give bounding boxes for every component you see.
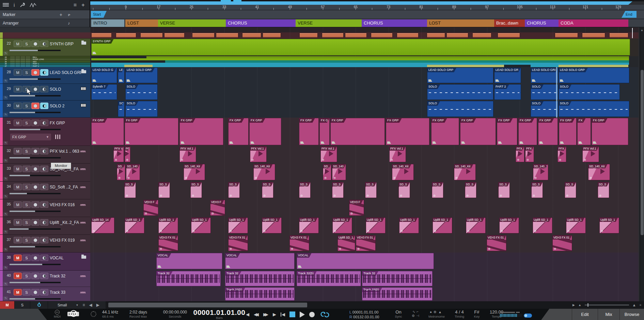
- automation-icon[interactable]: ∿: [3, 230, 8, 234]
- clip[interactable]: SOLO: [531, 84, 558, 100]
- arranger-section[interactable]: VERSE: [296, 19, 362, 27]
- clip[interactable]: VEH3 F⚙: [210, 200, 225, 216]
- mute-button[interactable]: M: [14, 120, 22, 126]
- collapsed-track-clip[interactable]: [165, 60, 629, 63]
- clip[interactable]: Track 32(5): [297, 271, 361, 286]
- clip[interactable]: SD_S⚙: [124, 182, 136, 198]
- automation-icon[interactable]: ∿: [3, 296, 8, 300]
- clip[interactable]: VEH3 FX 01⚙: [289, 235, 309, 251]
- clip[interactable]: VOCAL: [156, 253, 222, 269]
- clip[interactable]: VOCAL: [297, 253, 434, 269]
- clip[interactable]: Uplift SD_1⚙: [466, 217, 486, 233]
- clip[interactable]: SD_S⚙: [465, 182, 476, 198]
- scroll-up-icon[interactable]: ▲: [641, 29, 643, 32]
- marker-lane[interactable]: Start End: [90, 10, 644, 19]
- clip[interactable]: SD_S⚙: [598, 182, 609, 198]
- clip[interactable]: SOLO: [559, 84, 620, 100]
- automation-curve-icon[interactable]: [30, 3, 36, 7]
- record-arm-button[interactable]: [31, 273, 40, 279]
- arranger-section[interactable]: Brac..dawn: [494, 19, 525, 27]
- clip[interactable]: PFX Vol.1⚙: [320, 146, 337, 162]
- fast-forward-button[interactable]: ▶▶: [263, 312, 268, 317]
- clip[interactable]: LEAD SOLO GR: [494, 67, 521, 83]
- clip[interactable]: VEH3 F⚙: [143, 200, 158, 216]
- clip[interactable]: FX: [577, 118, 591, 145]
- clip[interactable]: LEAD SOLO GRP: [559, 67, 629, 83]
- scroll-right-icon[interactable]: ▶: [96, 303, 99, 307]
- clip[interactable]: Track 32: [156, 271, 221, 286]
- clip[interactable]: Uplift SD_1⚙: [228, 217, 248, 233]
- volume-slider[interactable]: [10, 246, 61, 247]
- monitor-button[interactable]: [40, 86, 48, 92]
- clip[interactable]: Sylenth 7: [91, 84, 117, 100]
- mute-button[interactable]: M: [14, 41, 22, 47]
- clip[interactable]: SD_S⚙: [299, 182, 311, 198]
- seconds-display[interactable]: 00:00:00.000 Seconds: [157, 310, 193, 318]
- clip[interactable]: FX GRP: [538, 118, 558, 145]
- clip[interactable]: SOLO: [427, 101, 493, 117]
- clip[interactable]: [263, 33, 281, 38]
- vertical-scroll-thumb[interactable]: [641, 70, 644, 235]
- fade-curve-icon[interactable]: ∿: [412, 310, 417, 314]
- return-to-start-button[interactable]: ◀: [281, 312, 285, 317]
- collapsed-track-clip[interactable]: [531, 65, 559, 67]
- automation-icon[interactable]: ∿: [3, 195, 8, 198]
- zoom-menu-icon[interactable]: ≡: [640, 303, 641, 307]
- track-header-29[interactable]: 29MSSOLO∿: [0, 84, 90, 101]
- clip[interactable]: SD_S⚙: [228, 182, 240, 198]
- mute-button[interactable]: M: [14, 219, 22, 226]
- clip[interactable]: [446, 33, 468, 38]
- clip[interactable]: Uplift SD_1⚙: [399, 217, 419, 233]
- clip[interactable]: PFX⚙: [516, 146, 524, 162]
- solo-button[interactable]: S: [22, 148, 31, 154]
- clip[interactable]: SD_140_Kit⚙: [392, 164, 414, 180]
- clip[interactable]: PFX Vol.1⚙: [389, 146, 406, 162]
- track-header-35[interactable]: 35MSVEH3 FX 016∿: [0, 199, 90, 217]
- stop-button[interactable]: [289, 311, 295, 317]
- loop-button[interactable]: [319, 311, 331, 318]
- global-solo-button[interactable]: S: [15, 301, 30, 309]
- mute-button[interactable]: M: [14, 289, 22, 295]
- locators-display[interactable]: L 00001.01.01.00 R 00132.03.01.00: [349, 310, 379, 319]
- automation-icon[interactable]: ∿: [3, 79, 8, 83]
- info-icon[interactable]: i: [14, 2, 15, 8]
- clip[interactable]: [498, 33, 520, 38]
- clip[interactable]: SD_S⚙: [398, 182, 410, 198]
- mute-button[interactable]: M: [14, 273, 22, 279]
- monitor-button[interactable]: [40, 41, 48, 47]
- clip[interactable]: SD_S⚙: [332, 182, 344, 198]
- performance-toggle[interactable]: [524, 314, 532, 318]
- clip[interactable]: Uplift SD_1⚙: [125, 217, 144, 233]
- clip[interactable]: [299, 33, 318, 38]
- clip[interactable]: FX GRP: [460, 118, 496, 145]
- clip[interactable]: SD_S⚙: [158, 182, 170, 198]
- track-size-select[interactable]: Small: [58, 303, 67, 307]
- solo-button[interactable]: S: [22, 219, 31, 226]
- arranger-section[interactable]: CHORUS: [362, 19, 427, 27]
- clip[interactable]: SYNTH GRP: [91, 39, 630, 56]
- clip[interactable]: [472, 33, 491, 38]
- automation-icon[interactable]: ∿: [3, 159, 8, 163]
- clip[interactable]: PART 2: [494, 84, 521, 100]
- zoom-slider-handle[interactable]: [587, 303, 588, 307]
- gear-icon[interactable]: ⚙: [412, 314, 416, 318]
- mixer-lanes-icon[interactable]: [3, 3, 9, 7]
- volume-slider[interactable]: [10, 282, 61, 283]
- clip[interactable]: VEH3 FX 01⚙: [356, 235, 376, 251]
- record-arm-button[interactable]: [31, 120, 40, 126]
- clip[interactable]: Uplift SD_1⚙: [533, 217, 552, 233]
- record-arm-button[interactable]: [31, 255, 40, 261]
- clip[interactable]: VEH3 FX 01⚙: [487, 235, 506, 251]
- snap-icon[interactable]: ⊣: [416, 314, 421, 318]
- clip[interactable]: SOLO: [125, 101, 158, 117]
- record-arm-button[interactable]: [31, 184, 40, 190]
- clip[interactable]: [242, 33, 261, 38]
- monitor-button[interactable]: [40, 255, 48, 261]
- clip[interactable]: VEH3 FX 01⚙: [228, 235, 248, 251]
- collapsed-track-clip[interactable]: [124, 65, 153, 67]
- clip[interactable]: [140, 33, 163, 38]
- track-header-41[interactable]: 41MSTrack 33∿: [0, 287, 90, 301]
- track-header-33[interactable]: 33MSSD_140_..1_FA∿: [0, 164, 90, 182]
- solo-button[interactable]: S: [22, 41, 31, 47]
- clip[interactable]: SOLO: [531, 101, 558, 117]
